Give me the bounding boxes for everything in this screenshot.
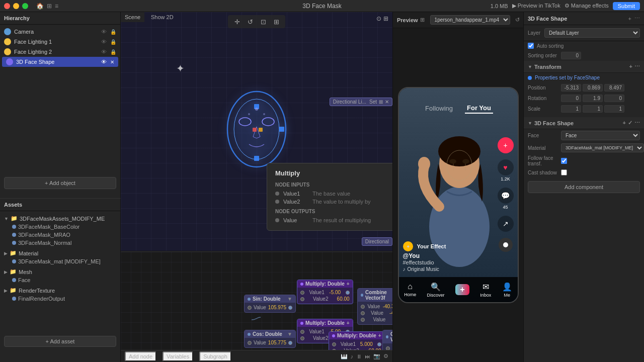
node-port-mid2-in[interactable] <box>300 336 304 340</box>
manage-effects-button[interactable]: ⚙ Manage effects <box>565 3 609 9</box>
transform-add-icon[interactable]: + <box>629 63 632 70</box>
visibility-toggle-camera[interactable]: 👁 <box>100 28 107 35</box>
face-shape-add-icon[interactable]: + <box>623 120 626 126</box>
add-object-button[interactable]: + Add object <box>4 177 116 189</box>
scale-y[interactable]: 1 <box>583 105 603 113</box>
preview-expand-button[interactable]: ⊞ <box>418 16 427 25</box>
node-port-c1-in[interactable] <box>361 305 365 309</box>
asset-item-mat[interactable]: 3DFaceMask_mat [MODIFY_ME] <box>0 257 120 265</box>
add-component-button[interactable]: Add component <box>528 181 640 193</box>
props-more-button[interactable]: ⋯ <box>634 15 640 22</box>
face-shape-check-icon[interactable]: ✓ <box>628 120 632 126</box>
node-cos-port-in[interactable] <box>248 341 252 345</box>
node-port-c3-in[interactable] <box>361 318 365 322</box>
submit-button[interactable]: Submit <box>613 2 640 10</box>
layer-select[interactable]: Default Layer <box>544 28 640 38</box>
preview-tiktok-button[interactable]: ▶ Preview in TikTok <box>512 3 560 9</box>
scene-area[interactable]: Scene Show 2D ✛ ↺ ⊡ ⊞ ⊙ ⊞ <box>121 12 392 251</box>
set-button[interactable]: Set <box>369 99 377 105</box>
hierarchy-item-light1[interactable]: Face Lighting 1 👁 🔒 <box>0 37 120 47</box>
show-2d-button[interactable]: Show 2D <box>151 14 174 20</box>
node-cos-close[interactable]: ▼ <box>287 331 292 337</box>
dl-close-button[interactable]: ✕ <box>385 99 389 105</box>
close-window-button[interactable] <box>4 3 10 9</box>
sorting-order-value[interactable]: 0 <box>561 52 581 59</box>
video-selector[interactable]: 1person_handappear_1.mp4 <box>430 15 510 25</box>
transform-more-icon[interactable]: ⋯ <box>634 63 640 70</box>
face-shape-section-header[interactable]: ▼ 3D Face Shape + ✓ ⋯ <box>524 117 644 129</box>
node-port-in[interactable] <box>248 306 252 310</box>
face-shape-more-icon[interactable]: ⋯ <box>634 120 640 126</box>
cast-shadow-checkbox[interactable] <box>561 169 567 175</box>
node-multiply-bot-close[interactable]: + <box>378 333 381 338</box>
asset-group-textures-header[interactable]: ▼ 📁 3DFaceMaskAssets_MODIFY_ME <box>0 214 120 223</box>
rot-y[interactable]: 1.9 <box>583 95 603 102</box>
node-sin-close[interactable]: ▼ <box>287 296 292 302</box>
visibility-toggle-light2[interactable]: 👁 <box>100 48 107 55</box>
visibility-toggle-face-shape[interactable]: 👁 <box>100 58 107 65</box>
node-port-bot1-out[interactable] <box>377 342 381 346</box>
scale-z[interactable]: 1 <box>604 105 624 113</box>
node-port-c2-in[interactable] <box>361 311 365 315</box>
bottom-music-icon[interactable]: ♪ <box>351 353 354 359</box>
hierarchy-item-face-shape[interactable]: 3D Face Shape 👁 ✕ <box>2 57 118 67</box>
face-select[interactable]: Face <box>561 131 640 140</box>
rot-x[interactable]: 0 <box>561 95 581 102</box>
pos-z[interactable]: 8.497 <box>604 84 624 92</box>
node-sin-double[interactable]: Sin: Double ▼ Value 105.975 <box>244 295 296 313</box>
subgraph-button[interactable]: Subgraph <box>199 351 231 361</box>
material-select[interactable]: 3DFaceMask_mat [MODIFY_ME] <box>561 143 644 152</box>
visibility-toggle-light1[interactable]: 👁 <box>100 38 107 45</box>
minimize-window-button[interactable] <box>13 3 19 9</box>
zoom-control-btn[interactable]: ⊞ <box>383 15 388 22</box>
node-port-mid1-in[interactable] <box>300 330 304 334</box>
node-port-in-3[interactable] <box>300 297 304 301</box>
add-asset-button[interactable]: + Add asset <box>4 336 116 347</box>
dl-copy-button[interactable]: ⊞ <box>379 99 383 105</box>
hierarchy-item-camera[interactable]: Camera 👁 🔒 <box>0 27 120 37</box>
follow-face-checkbox[interactable] <box>561 158 567 164</box>
asset-item-face-mesh[interactable]: Face <box>0 276 120 284</box>
asset-group-render-header[interactable]: ▶ 📁 RenderTexture <box>0 286 120 295</box>
bottom-pause-icon[interactable]: ⏸ <box>356 353 362 359</box>
node-port-in-2[interactable] <box>300 291 304 295</box>
node-combine-top[interactable]: Combine Vector3f + Value -40.333 Value -… <box>357 288 392 325</box>
auto-sorting-checkbox[interactable] <box>528 43 534 49</box>
transform-section-header[interactable]: ▼ Transform + ⋯ <box>524 61 644 73</box>
asset-group-material-header[interactable]: ▶ 📁 Material <box>0 249 120 257</box>
node-port-out[interactable] <box>288 306 292 310</box>
world-tool-button[interactable]: ⊞ <box>271 17 281 27</box>
move-tool-button[interactable]: ✛ <box>232 17 242 27</box>
rot-z[interactable]: 0 <box>604 95 624 102</box>
scale-x[interactable]: 1 <box>561 105 581 113</box>
asset-item-normal[interactable]: 3DFaceMask_Normal <box>0 239 120 247</box>
variables-button[interactable]: Variables <box>163 351 193 361</box>
asset-item-render-output[interactable]: FinalRenderOutput <box>0 295 120 303</box>
bottom-piano-icon[interactable]: 🎹 <box>341 353 348 359</box>
hierarchy-item-light2[interactable]: Face Lighting 2 👁 🔒 <box>0 47 120 57</box>
directional-light-node-2[interactable]: Directional <box>362 237 392 246</box>
node-cos-port-out[interactable] <box>288 341 292 345</box>
node-multiply-top[interactable]: Multiply: Double + Value1 -5.00 Value2 6… <box>297 280 353 304</box>
preview-refresh-button[interactable]: ↺ <box>513 16 522 25</box>
add-node-button[interactable]: Add node <box>125 351 156 361</box>
rotate-tool-button[interactable]: ↺ <box>245 17 255 27</box>
node-graph-panel[interactable]: Sin: Double ▼ Value 105.975 Multiply: D <box>121 251 392 362</box>
props-add-button[interactable]: + <box>628 16 631 22</box>
bottom-settings-icon[interactable]: ⚙ <box>383 353 388 359</box>
asset-group-mesh-header[interactable]: ▶ 📁 Mesh <box>0 267 120 276</box>
pos-x[interactable]: -5.313 <box>561 84 581 92</box>
bottom-cam-icon[interactable]: 📷 <box>373 353 380 359</box>
maximize-window-button[interactable] <box>22 3 28 9</box>
bottom-next-icon[interactable]: ⏭ <box>365 353 370 359</box>
asset-item-mrao[interactable]: 3DFaceMask_MRAO <box>0 231 120 239</box>
node-multiply-mid-close[interactable]: + <box>347 320 350 326</box>
node-port-bot1-in[interactable] <box>332 342 336 346</box>
directional-light-node[interactable]: Directional Li... Set ⊞ ✕ <box>330 98 392 106</box>
node-port-out-2[interactable] <box>346 291 350 295</box>
node-multiply-top-close[interactable]: + <box>347 281 350 287</box>
node-cos-double[interactable]: Cos: Double ▼ Value 105.775 <box>244 330 296 348</box>
pos-y[interactable]: 0.869 <box>583 84 603 92</box>
asset-item-basecolor[interactable]: 3DFaceMask_BaseColor <box>0 223 120 231</box>
camera-control-btn[interactable]: ⊙ <box>376 15 381 22</box>
